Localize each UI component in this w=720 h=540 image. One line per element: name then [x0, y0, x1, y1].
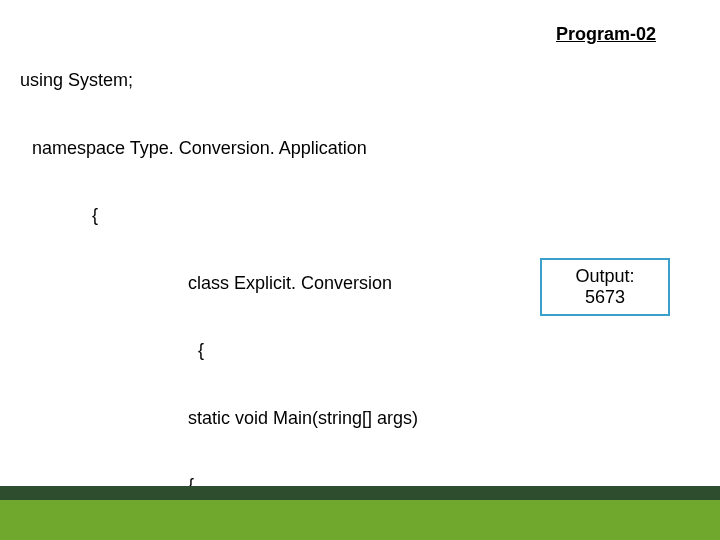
code-line: namespace Type. Conversion. Application [20, 137, 700, 160]
output-value: 5673 [550, 287, 660, 308]
output-box: Output: 5673 [540, 258, 670, 316]
footer-accent [0, 486, 720, 500]
footer-bar [0, 500, 720, 540]
output-label: Output: [550, 266, 660, 287]
code-line: using System; [20, 69, 700, 92]
code-line: { [20, 204, 700, 227]
code-line: static void Main(string[] args) [20, 407, 700, 430]
code-line: { [20, 339, 700, 362]
